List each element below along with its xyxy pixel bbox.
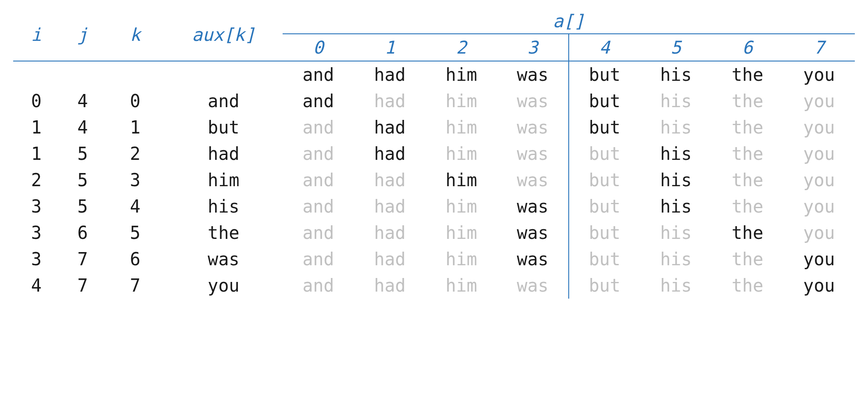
cell-a-1: had [354, 167, 426, 193]
cell-a-1: had [354, 246, 426, 272]
cell-a-7: you [783, 114, 855, 141]
cell-k: 3 [106, 167, 165, 193]
cell-a-6: the [712, 246, 783, 272]
cell-j: 7 [59, 246, 105, 272]
cell-a-1: had [354, 114, 426, 141]
cell-aux: his [165, 193, 283, 220]
cell-a-0: and [283, 193, 354, 220]
trace-row: 354hisandhadhimwasbuthistheyou [13, 193, 855, 220]
cell-a-7: you [783, 141, 855, 167]
cell-a-1: had [354, 88, 426, 114]
cell-aux: him [165, 167, 283, 193]
cell-j: 5 [59, 141, 105, 167]
cell-a-7: you [783, 61, 855, 88]
header-j: j [59, 9, 105, 61]
cell-a-3: was [497, 114, 569, 141]
cell-a-0: and [283, 61, 354, 88]
cell-a-3: was [497, 88, 569, 114]
cell-a-5: his [640, 246, 712, 272]
cell-i: 0 [13, 88, 59, 114]
cell-a-2: him [426, 88, 497, 114]
trace-row: 376wasandhadhimwasbuthistheyou [13, 246, 855, 272]
cell-a-7: you [783, 246, 855, 272]
cell-k: 5 [106, 220, 165, 246]
cell-a-0: and [283, 220, 354, 246]
cell-k: 7 [106, 272, 165, 299]
cell-i: 1 [13, 114, 59, 141]
cell-i: 3 [13, 220, 59, 246]
trace-row: 141butandhadhimwasbuthistheyou [13, 114, 855, 141]
trace-body: andhadhimwasbuthistheyou040andandhadhimw… [13, 61, 855, 299]
cell-a-5: his [640, 88, 712, 114]
cell-a-1: had [354, 193, 426, 220]
cell-a-4: but [569, 141, 640, 167]
cell-a-0: and [283, 88, 354, 114]
cell-a-4: but [569, 246, 640, 272]
cell-a-2: him [426, 141, 497, 167]
trace-table: i j k aux[k] a[] 0 1 2 3 4 5 6 7 andhadh… [13, 9, 855, 299]
cell-a-1: had [354, 61, 426, 88]
header-index-4: 4 [569, 34, 640, 61]
cell-a-5: his [640, 167, 712, 193]
cell-a-1: had [354, 141, 426, 167]
cell-a-2: him [426, 220, 497, 246]
cell-a-3: was [497, 61, 569, 88]
header-index-5: 5 [640, 34, 712, 61]
trace-row: 040andandhadhimwasbuthistheyou [13, 88, 855, 114]
cell-a-6: the [712, 141, 783, 167]
cell-aux: was [165, 246, 283, 272]
cell-a-6: the [712, 88, 783, 114]
trace-row: 477youandhadhimwasbuthistheyou [13, 272, 855, 299]
cell-a-7: you [783, 220, 855, 246]
header-index-3: 3 [497, 34, 569, 61]
trace-row: 253himandhadhimwasbuthistheyou [13, 167, 855, 193]
cell-a-6: the [712, 167, 783, 193]
cell-a-2: him [426, 246, 497, 272]
cell-aux: you [165, 272, 283, 299]
cell-k: 2 [106, 141, 165, 167]
cell-a-4: but [569, 61, 640, 88]
cell-a-5: his [640, 141, 712, 167]
cell-a-7: you [783, 272, 855, 299]
cell-a-3: was [497, 167, 569, 193]
header-a-array: a[] [283, 9, 855, 34]
cell-a-2: him [426, 61, 497, 88]
cell-a-3: was [497, 193, 569, 220]
cell-a-5: his [640, 114, 712, 141]
cell-j [59, 61, 105, 88]
cell-a-3: was [497, 272, 569, 299]
cell-a-5: his [640, 61, 712, 88]
cell-k: 6 [106, 246, 165, 272]
cell-a-7: you [783, 167, 855, 193]
cell-a-5: his [640, 193, 712, 220]
cell-a-7: you [783, 88, 855, 114]
trace-row: andhadhimwasbuthistheyou [13, 61, 855, 88]
cell-aux: had [165, 141, 283, 167]
cell-a-3: was [497, 246, 569, 272]
cell-a-6: the [712, 114, 783, 141]
cell-a-1: had [354, 272, 426, 299]
cell-a-4: but [569, 272, 640, 299]
cell-a-0: and [283, 272, 354, 299]
trace-row: 152hadandhadhimwasbuthistheyou [13, 141, 855, 167]
cell-a-0: and [283, 114, 354, 141]
cell-a-6: the [712, 193, 783, 220]
cell-j: 4 [59, 114, 105, 141]
cell-j: 4 [59, 88, 105, 114]
cell-a-2: him [426, 193, 497, 220]
cell-j: 6 [59, 220, 105, 246]
cell-a-4: but [569, 167, 640, 193]
cell-j: 5 [59, 167, 105, 193]
cell-a-6: the [712, 220, 783, 246]
cell-a-2: him [426, 167, 497, 193]
cell-a-0: and [283, 246, 354, 272]
cell-a-3: was [497, 141, 569, 167]
cell-k: 0 [106, 88, 165, 114]
trace-row: 365theandhadhimwasbuthistheyou [13, 220, 855, 246]
cell-a-2: him [426, 114, 497, 141]
cell-i: 3 [13, 193, 59, 220]
cell-a-7: you [783, 193, 855, 220]
cell-aux [165, 61, 283, 88]
header-index-6: 6 [712, 34, 783, 61]
cell-i: 4 [13, 272, 59, 299]
